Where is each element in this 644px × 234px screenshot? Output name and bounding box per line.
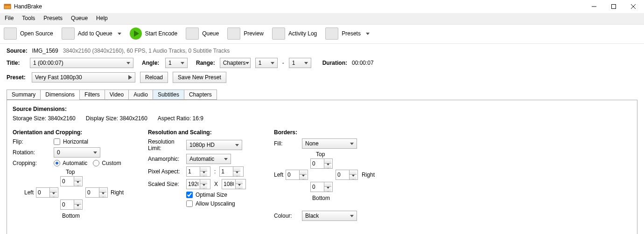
rotation-select[interactable]: 0 — [54, 147, 100, 158]
range-from: 1 — [259, 60, 262, 66]
colour-select[interactable]: Black — [302, 211, 357, 221]
cropping-custom-radio[interactable] — [93, 160, 99, 166]
crop-right-label: Right — [111, 189, 124, 196]
border-left-input[interactable] — [286, 170, 308, 180]
chevron-down-icon — [350, 143, 354, 145]
minimize-button[interactable] — [591, 3, 597, 10]
border-right-input[interactable] — [336, 170, 358, 180]
queue-label: Queue — [202, 30, 219, 37]
menubar: File Tools Presets Queue Help — [0, 13, 644, 25]
range-type-select[interactable]: Chapters — [220, 58, 251, 68]
start-encode-button[interactable]: Start Encode — [130, 28, 177, 40]
preview-icon — [227, 28, 240, 40]
range-to: 1 — [292, 60, 295, 66]
presets-label: Presets — [342, 30, 361, 37]
preview-label: Preview — [244, 30, 264, 37]
cropping-custom-label: Custom — [102, 160, 121, 166]
activity-log-button[interactable]: Activity Log — [272, 28, 317, 40]
res-limit-value: 1080p HD — [189, 142, 215, 148]
angle-label: Angle: — [142, 60, 161, 66]
crop-top-input[interactable] — [60, 176, 83, 186]
title-row: Title: 1 (00:00:07) Angle: 1 Range: Chap… — [0, 56, 644, 70]
border-bottom-label: Bottom — [312, 195, 330, 201]
chevron-down-icon — [235, 144, 239, 146]
menu-file[interactable]: File — [5, 15, 14, 21]
cropping-label: Cropping: — [13, 160, 54, 166]
rotation-value: 0 — [57, 149, 60, 156]
menu-queue[interactable]: Queue — [71, 15, 88, 21]
crop-bottom-input[interactable] — [60, 200, 83, 210]
tab-dimensions[interactable]: Dimensions — [40, 89, 80, 100]
range-from-select[interactable]: 1 — [255, 58, 278, 68]
pixel-aspect-x-input[interactable] — [186, 166, 210, 177]
flip-horizontal-checkbox[interactable] — [54, 138, 60, 145]
preset-label: Preset: — [7, 74, 27, 81]
save-preset-button[interactable]: Save New Preset — [173, 72, 226, 83]
chevron-down-icon — [93, 151, 97, 154]
tab-summary[interactable]: Summary — [7, 89, 41, 100]
activity-log-label: Activity Log — [288, 30, 317, 37]
preset-select[interactable]: Very Fast 1080p30 — [32, 72, 135, 83]
aspect-ratio: Aspect Ratio: 16:9 — [158, 115, 203, 122]
open-source-button[interactable]: Open Source — [4, 28, 53, 40]
toolbar: Open Source Add to Queue Start Encode Qu… — [0, 25, 644, 44]
presets-icon — [325, 28, 338, 40]
chevron-down-icon — [245, 62, 249, 64]
scaled-height-input[interactable] — [222, 179, 246, 189]
pixel-aspect-y-input[interactable] — [219, 166, 244, 177]
border-bottom-input[interactable] — [310, 182, 333, 192]
scaled-size-label: Scaled Size: — [148, 181, 186, 187]
borders-h: Borders: — [274, 129, 395, 136]
resolution-scaling: Resolution and Scaling: Resolution Limit… — [148, 129, 255, 225]
title-select[interactable]: 1 (00:00:07) — [30, 58, 133, 68]
tab-audio[interactable]: Audio — [128, 89, 153, 100]
duration-label: Duration: — [322, 60, 347, 66]
close-button[interactable] — [630, 3, 637, 10]
border-top-input[interactable] — [310, 158, 333, 169]
source-name: IMG_1569 — [32, 48, 58, 54]
allow-upscaling-checkbox[interactable] — [186, 200, 193, 207]
tabs: Summary Dimensions Filters Video Audio S… — [0, 85, 644, 100]
res-limit-select[interactable]: 1080p HD — [186, 140, 242, 150]
maximize-button[interactable] — [610, 3, 617, 10]
presets-button[interactable]: Presets — [325, 28, 370, 40]
preset-value: Very Fast 1080p30 — [35, 74, 82, 81]
tab-video[interactable]: Video — [105, 89, 129, 100]
scaled-width-input[interactable] — [186, 179, 210, 189]
queue-button[interactable]: Queue — [186, 28, 219, 40]
border-right-label: Right — [362, 172, 375, 178]
crop-left-input[interactable] — [36, 187, 58, 198]
preset-row: Preset: Very Fast 1080p30 Reload Save Ne… — [0, 70, 644, 85]
menu-help[interactable]: Help — [96, 15, 108, 21]
reload-button[interactable]: Reload — [140, 72, 168, 83]
preview-button[interactable]: Preview — [227, 28, 264, 40]
display-size: Display Size: 3840x2160 — [86, 115, 147, 122]
menu-presets[interactable]: Presets — [43, 15, 63, 21]
border-grid: Top Left Right Bottom — [302, 151, 400, 207]
cropping-auto-radio[interactable] — [54, 160, 60, 166]
fill-label: Fill: — [274, 140, 302, 147]
dimensions-panel: Source Dimensions: Storage Size: 3840x21… — [7, 100, 637, 234]
chevron-down-icon — [126, 62, 130, 64]
range-to-select[interactable]: 1 — [289, 58, 311, 68]
fill-select[interactable]: None — [302, 138, 357, 149]
chevron-down-icon — [366, 33, 370, 35]
source-label: Source: — [7, 48, 28, 54]
svg-rect-3 — [612, 5, 616, 9]
menu-tools[interactable]: Tools — [22, 15, 35, 21]
crop-bottom-label: Bottom — [62, 213, 80, 219]
colour-label: Colour: — [274, 213, 302, 219]
tab-subtitles[interactable]: Subtitles — [153, 89, 184, 100]
source-dimensions-h: Source Dimensions: — [13, 106, 631, 112]
crop-right-input[interactable] — [85, 187, 108, 198]
crop-grid: Top Left Right Bottom — [50, 169, 148, 225]
tab-chapters[interactable]: Chapters — [184, 89, 217, 100]
pixel-aspect-sep: : — [214, 168, 216, 175]
add-to-queue-button[interactable]: Add to Queue — [62, 28, 121, 40]
crop-top-label: Top — [66, 169, 75, 175]
optimal-size-checkbox[interactable] — [186, 192, 193, 198]
start-encode-label: Start Encode — [145, 30, 177, 37]
angle-select[interactable]: 1 — [165, 58, 188, 68]
tab-filters[interactable]: Filters — [79, 89, 105, 100]
anamorphic-select[interactable]: Automatic — [186, 154, 231, 164]
